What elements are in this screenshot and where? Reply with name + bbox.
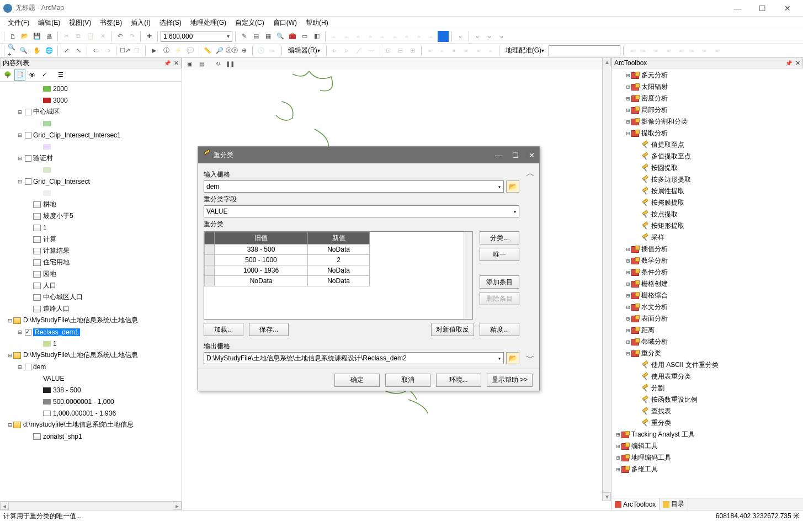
atb-row[interactable]: ⊞太阳辐射 xyxy=(613,81,802,93)
atb-close-icon[interactable]: ✕ xyxy=(795,60,800,67)
list-by-visibility-icon[interactable]: 👁 xyxy=(26,70,38,81)
clear-selection-icon[interactable]: ☐ xyxy=(131,45,142,56)
toc-row[interactable]: 园地 xyxy=(1,268,180,280)
open-icon[interactable]: 📂 xyxy=(19,31,30,42)
editor-toolbar-icon[interactable]: ✎ xyxy=(238,31,249,42)
tb-m[interactable]: ▫ xyxy=(496,31,507,42)
atb-row[interactable]: ⊞地理编码工具 xyxy=(613,452,802,464)
precision-button[interactable]: 精度... xyxy=(480,323,519,336)
menu-view[interactable]: 视图(V) xyxy=(65,17,95,29)
tb-k[interactable]: ▫ xyxy=(472,31,483,42)
delete-entry-button[interactable]: 删除条目 xyxy=(480,292,519,305)
input-raster-combo[interactable]: dem xyxy=(204,180,504,193)
toc-row[interactable]: VALUE xyxy=(1,373,180,384)
measure-icon[interactable]: 📏 xyxy=(202,45,213,56)
dlg-maximize-icon[interactable]: ☐ xyxy=(512,151,519,159)
toc-row[interactable]: ⊟验证村 xyxy=(1,152,180,164)
atb-row[interactable]: ⊟提取分析 xyxy=(613,127,802,139)
zoom-out-icon[interactable]: 🔍- xyxy=(19,45,30,56)
toc-icon[interactable]: ▤ xyxy=(251,31,262,42)
output-path-input[interactable]: D:\MyStudyFile\土地信息系统\土地信息系统课程设计\Reclass… xyxy=(204,352,504,364)
atb-row[interactable]: 分割 xyxy=(613,382,802,394)
dlg-minimize-icon[interactable]: — xyxy=(495,151,502,159)
toc-row[interactable]: 计算结果 xyxy=(1,245,180,257)
list-by-source-icon[interactable]: 📑 xyxy=(14,70,25,81)
dlg-scroll-down-icon[interactable]: ﹀ xyxy=(526,353,535,364)
cancel-button[interactable]: 取消 xyxy=(385,374,430,387)
toc-row[interactable]: ⊟中心城区 xyxy=(1,106,180,118)
tb-e[interactable]: ▫ xyxy=(377,31,388,42)
menu-help[interactable]: 帮助(H) xyxy=(301,17,333,29)
atb-row[interactable]: ⊞Tracking Analyst 工具 xyxy=(613,429,802,440)
save-remap-button[interactable]: 保存... xyxy=(249,323,289,336)
hyperlink-icon[interactable]: ⚡ xyxy=(173,45,184,56)
arctoolbox-tree[interactable]: ⊞多元分析⊞太阳辐射⊞密度分析⊞局部分析⊞影像分割和分类⊟提取分析值提取至点多值… xyxy=(611,68,803,498)
dialog-titlebar[interactable]: 重分类 — ☐ ✕ xyxy=(198,147,539,163)
time-slider-icon[interactable]: 🕓 xyxy=(256,45,267,56)
toc-horizontal-scrollbar[interactable]: ◂▸ xyxy=(0,501,182,510)
python-icon[interactable]: ▭ xyxy=(299,31,310,42)
toc-tree[interactable]: 20003000⊟中心城区⊟Grid_Clip_Intersect_Inters… xyxy=(0,82,182,501)
toc-row[interactable]: ⊟d:\mystudyfile\土地信息系统\土地信息 xyxy=(1,419,180,430)
toc-row[interactable]: ⊟Grid_Clip_Intersect xyxy=(1,175,180,187)
list-by-drawing-order-icon[interactable]: 🌳 xyxy=(2,70,13,81)
full-extent-icon[interactable]: 🌐 xyxy=(44,45,55,56)
toc-row[interactable]: 338 - 500 xyxy=(1,384,180,396)
reclass-table-scrollbar[interactable] xyxy=(464,232,472,319)
copy-icon[interactable]: ⧉ xyxy=(73,31,84,42)
toc-row[interactable]: ⊟D:\MyStudyFile\土地信息系统\土地信息 xyxy=(1,315,180,326)
print-icon[interactable]: 🖶 xyxy=(44,31,55,42)
atb-row[interactable]: 按掩膜提取 xyxy=(613,197,802,209)
atb-row[interactable]: ⊞栅格综合 xyxy=(613,290,802,301)
new-icon[interactable]: 🗋 xyxy=(7,31,18,42)
toc-row[interactable]: 计算 xyxy=(1,233,180,245)
atb-row[interactable]: ⊞表面分析 xyxy=(613,313,802,324)
menu-file[interactable]: 文件(F) xyxy=(3,17,34,29)
toc-row[interactable]: 人口 xyxy=(1,280,180,291)
dlg-close-icon[interactable]: ✕ xyxy=(529,151,535,159)
search-icon[interactable]: 🔍 xyxy=(275,31,286,42)
menu-bookmarks[interactable]: 书签(B) xyxy=(95,17,126,29)
list-by-selection-icon[interactable]: ✓ xyxy=(39,70,50,81)
browse-input-raster-button[interactable]: 📂 xyxy=(506,180,519,193)
menu-customize[interactable]: 自定义(C) xyxy=(231,17,269,29)
go-to-xy-icon[interactable]: ⊕ xyxy=(238,45,249,56)
georef-layer-combo[interactable] xyxy=(549,45,620,56)
fixed-zoom-in-icon[interactable]: ⤢ xyxy=(61,45,72,56)
toc-row[interactable]: 1 xyxy=(1,222,180,233)
atb-row[interactable]: ⊞影像分割和分类 xyxy=(613,116,802,127)
atb-row[interactable]: 按圆提取 xyxy=(613,162,802,174)
modelbuilder-icon[interactable]: ◧ xyxy=(311,31,322,42)
undo-icon[interactable]: ↶ xyxy=(114,31,125,42)
atb-row[interactable]: 多值提取至点 xyxy=(613,151,802,162)
toc-row[interactable]: 2000 xyxy=(1,83,180,94)
tb-j[interactable]: ▫ xyxy=(455,31,466,42)
georef-dropdown[interactable]: 地理配准(G) xyxy=(502,45,547,56)
atb-row[interactable]: 重分类 xyxy=(613,417,802,429)
menu-edit[interactable]: 编辑(E) xyxy=(34,17,65,29)
atb-row[interactable]: 按点提取 xyxy=(613,209,802,220)
tb-blue[interactable] xyxy=(438,31,449,42)
tb-c[interactable]: ▫ xyxy=(353,31,364,42)
reclass-table[interactable]: 旧值 新值 338 - 500NoData500 - 100021000 - 1… xyxy=(204,232,370,286)
catalog-icon[interactable]: ▦ xyxy=(263,31,274,42)
atb-pin-icon[interactable]: 📌 xyxy=(785,60,792,66)
reclass-field-combo[interactable]: VALUE xyxy=(204,205,519,217)
atb-row[interactable]: ⊞栅格创建 xyxy=(613,278,802,290)
dlg-scroll-up-icon[interactable]: ︿ xyxy=(526,168,535,179)
zoom-in-icon[interactable]: 🔍+ xyxy=(7,45,18,56)
minimize-button[interactable]: — xyxy=(725,1,750,16)
redo-icon[interactable]: ↷ xyxy=(126,31,137,42)
arctoolbox-icon[interactable]: 🧰 xyxy=(287,31,298,42)
atb-row[interactable]: 按多边形提取 xyxy=(613,174,802,185)
toc-row[interactable]: 500.0000001 - 1,000 xyxy=(1,396,180,407)
ok-button[interactable]: 确定 xyxy=(334,374,380,387)
tb-d[interactable]: ▫ xyxy=(365,31,376,42)
atb-row[interactable]: ⊞水文分析 xyxy=(613,301,802,313)
identify-icon[interactable]: ⓘ xyxy=(161,45,172,56)
atb-row[interactable]: ⊞密度分析 xyxy=(613,93,802,104)
close-button[interactable]: ✕ xyxy=(775,1,800,16)
maximize-button[interactable]: ☐ xyxy=(750,1,775,16)
map-vertical-scrollbar[interactable]: ▴▾ xyxy=(602,57,611,501)
atb-row[interactable]: ⊞多维工具 xyxy=(613,464,802,475)
